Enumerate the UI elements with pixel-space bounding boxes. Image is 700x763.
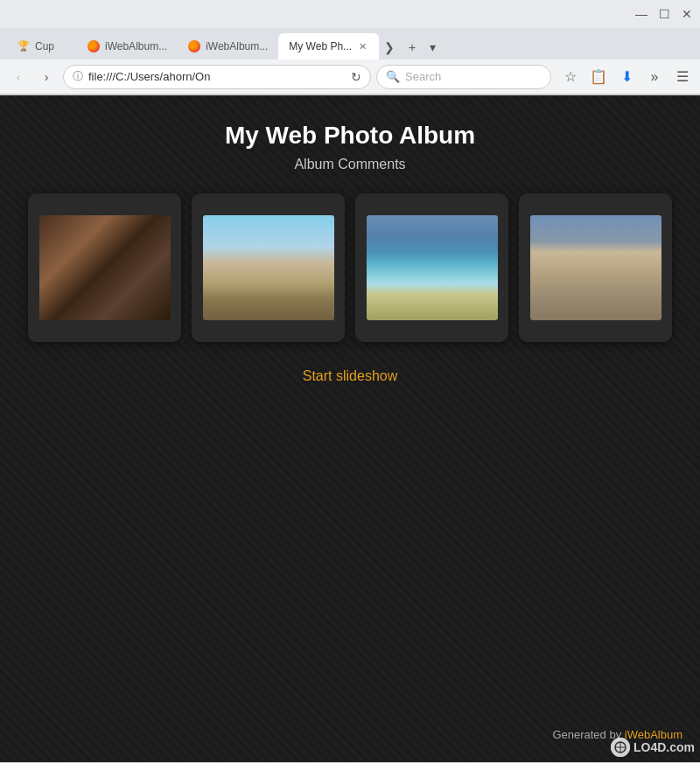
new-tab-button[interactable]: + <box>400 35 424 60</box>
tab-label-iwebalbum1: iWebAlbum... <box>105 40 167 52</box>
album-comments: Album Comments <box>294 157 405 172</box>
photo-card-church[interactable] <box>519 193 672 342</box>
photo-card-castle[interactable] <box>192 193 345 342</box>
tab-menu-icon[interactable]: ▾ <box>428 38 438 56</box>
back-button[interactable]: ‹ <box>7 66 30 88</box>
window-controls: — ☐ ✕ <box>635 8 693 20</box>
photo-image-castle <box>203 215 334 320</box>
tab-controls: ❯ + ▾ <box>382 35 438 60</box>
watermark: LO4D.com <box>611 738 695 757</box>
photo-image-beach <box>367 215 498 320</box>
toolbar-icons: ☆ 📋 ⬇ » ☰ <box>560 66 693 88</box>
photo-thumbnail-church <box>530 215 662 320</box>
photo-thumbnail-beach <box>367 215 498 320</box>
close-button[interactable]: ✕ <box>681 8 693 20</box>
watermark-text: LO4D.com <box>634 740 695 754</box>
title-bar: — ☐ ✕ <box>0 0 700 28</box>
bookmark-icon[interactable]: ☆ <box>560 66 581 88</box>
address-bar: ‹ › ⓘ file:///C:/Users/ahorn/On ↻ 🔍 Sear… <box>0 60 700 94</box>
search-placeholder: Search <box>405 70 441 83</box>
photo-card-beach[interactable] <box>355 193 508 342</box>
url-bar[interactable]: ⓘ file:///C:/Users/ahorn/On ↻ <box>63 65 371 89</box>
tab-forward-icon[interactable]: ❯ <box>382 38 396 56</box>
tab-label-cup: Cup <box>35 40 66 52</box>
tab-bar: 🏆 Cup iWebAlbum... iWebAlbum... My Web P… <box>0 28 700 60</box>
tab-favicon-cup: 🏆 <box>18 40 30 52</box>
tab-mywebphoto[interactable]: My Web Ph... ✕ <box>278 33 379 60</box>
browser-chrome: — ☐ ✕ 🏆 Cup iWebAlbum... iWebAlbum... My… <box>0 0 700 95</box>
search-icon: 🔍 <box>386 70 400 83</box>
tab-favicon-iwebalbum1 <box>88 40 100 52</box>
reload-button[interactable]: ↻ <box>351 70 361 84</box>
forward-button[interactable]: › <box>35 66 58 88</box>
clipboard-icon[interactable]: 📋 <box>588 66 609 88</box>
photo-thumbnail-castle <box>203 215 334 320</box>
maximize-button[interactable]: ☐ <box>658 8 670 20</box>
tab-iwebalbum2[interactable]: iWebAlbum... <box>178 33 278 60</box>
more-tools-icon[interactable]: » <box>644 66 665 88</box>
watermark-logo <box>611 738 630 757</box>
tab-label-mywebphoto: My Web Ph... <box>289 40 352 52</box>
download-icon[interactable]: ⬇ <box>616 66 637 88</box>
page-content: My Web Photo Album Album Comments Start … <box>0 95 700 762</box>
tab-label-iwebalbum2: iWebAlbum... <box>206 40 268 52</box>
photo-grid <box>28 193 672 342</box>
minimize-button[interactable]: — <box>635 8 648 20</box>
photo-thumbnail-cat <box>39 215 171 320</box>
photo-card-cat[interactable] <box>28 193 181 342</box>
info-icon: ⓘ <box>73 69 83 84</box>
photo-image-cat <box>39 215 171 320</box>
url-text: file:///C:/Users/ahorn/On <box>88 70 346 83</box>
slideshow-link[interactable]: Start slideshow <box>303 368 398 384</box>
tab-cup[interactable]: 🏆 Cup <box>7 33 77 60</box>
tab-close-icon[interactable]: ✕ <box>357 40 368 53</box>
menu-icon[interactable]: ☰ <box>672 66 693 88</box>
tab-favicon-iwebalbum2 <box>188 40 200 52</box>
search-bar[interactable]: 🔍 Search <box>376 65 551 89</box>
tab-iwebalbum1[interactable]: iWebAlbum... <box>77 33 178 60</box>
page-title: My Web Photo Album <box>225 122 475 150</box>
photo-image-church <box>530 215 662 320</box>
